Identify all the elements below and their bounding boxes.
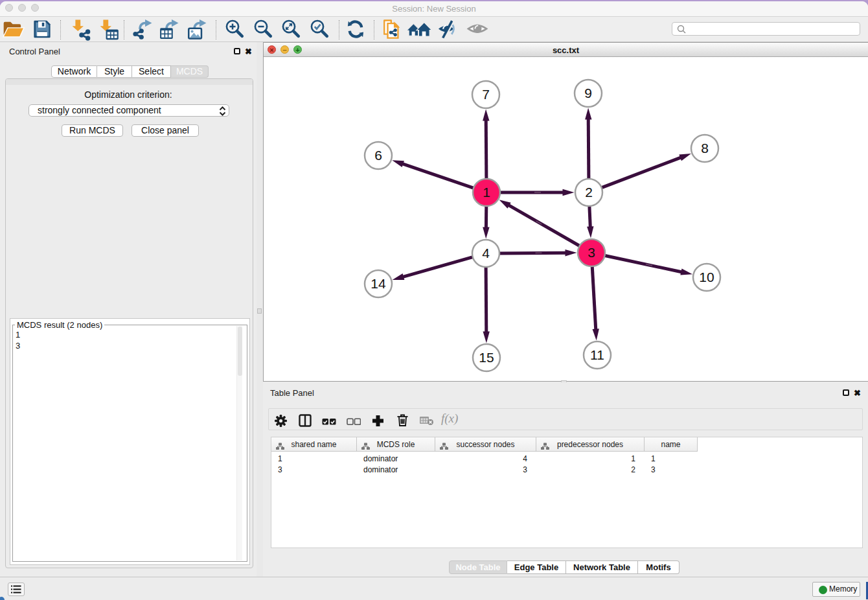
svg-text:9: 9 xyxy=(584,86,592,100)
svg-text:8: 8 xyxy=(701,141,709,156)
svg-text:1: 1 xyxy=(483,185,490,200)
svg-text:10: 10 xyxy=(699,270,714,284)
svg-text:3: 3 xyxy=(588,245,595,260)
svg-text:2: 2 xyxy=(585,185,593,200)
svg-text:14: 14 xyxy=(371,276,386,291)
svg-text:11: 11 xyxy=(590,347,604,362)
svg-text:7: 7 xyxy=(482,87,490,102)
svg-text:6: 6 xyxy=(374,148,382,163)
svg-text:4: 4 xyxy=(482,246,490,260)
svg-text:15: 15 xyxy=(479,350,494,365)
